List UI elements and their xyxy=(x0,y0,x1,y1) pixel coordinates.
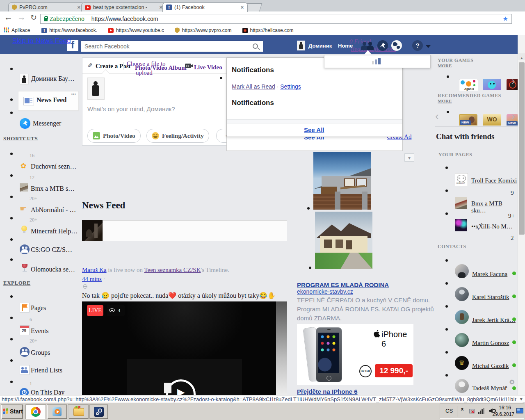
composer-tab-live[interactable]: Live Video xyxy=(194,64,222,71)
start-button[interactable]: Start xyxy=(1,404,23,419)
game-tile-words[interactable]: WO xyxy=(483,114,501,126)
ad-house-image-2[interactable] xyxy=(315,212,372,269)
post-attachment-box xyxy=(103,220,287,241)
composer-tab-create[interactable]: Create a Post xyxy=(96,63,131,70)
address-bar[interactable]: Zabezpečeno https://www.facebook.com ★ xyxy=(40,14,512,24)
iphone-ad-banner[interactable]: iPhone 6 32 GB 12 990,- xyxy=(297,324,413,385)
page-link-xilli[interactable]: ••ҳX́illi-No M… xyxy=(471,223,513,230)
taskbar-chrome-button[interactable] xyxy=(25,404,46,419)
hidden-icons-chevron[interactable]: « xyxy=(459,408,466,411)
mark-all-read-link[interactable]: Mark All as Read xyxy=(232,83,275,90)
shortcut-duchovni[interactable]: Duchovní sezn… xyxy=(31,163,77,170)
bookmark-hellcase[interactable]: https://hellcase.com xyxy=(250,27,294,33)
recommended-more-link[interactable]: MORE xyxy=(438,98,452,103)
notifications-globe-icon[interactable] xyxy=(391,40,402,51)
bookmark-facebook[interactable]: https://www.facebook. xyxy=(49,27,97,33)
explore-groups[interactable]: Groups xyxy=(31,349,50,356)
shortcut-bmx[interactable]: Bmx a MTB s… xyxy=(31,185,75,192)
storage-badge: 32 GB xyxy=(359,365,372,377)
game-tile-rec1[interactable]: NEW xyxy=(459,114,477,126)
chat-settings-gear-icon[interactable]: ⚙ xyxy=(509,378,515,386)
post-time-link[interactable]: 44 mins xyxy=(82,276,102,282)
shortcut-olomoucka[interactable]: Olomoucka se… xyxy=(31,266,75,273)
account-caret-icon[interactable] xyxy=(426,45,431,48)
page-link-troll[interactable]: Troll Face Komixi xyxy=(471,177,517,184)
tab-close-icon[interactable]: ✕ xyxy=(156,5,163,10)
page-link-bmx[interactable]: Bmx a MTB sku… xyxy=(471,200,518,214)
messenger-icon[interactable] xyxy=(377,40,388,51)
taskbar-media-player-button[interactable] xyxy=(47,404,67,419)
messenger-nav-label[interactable]: Messenger xyxy=(33,120,61,127)
status-caret-icon[interactable]: ▾ xyxy=(516,396,523,402)
tab-facebook[interactable]: f (1) Facebook ✕ xyxy=(162,2,248,12)
tab-close-icon[interactable]: ✕ xyxy=(74,5,81,10)
photo-video-button[interactable]: Photo/Video xyxy=(87,129,141,143)
home-link[interactable]: Home xyxy=(338,43,353,49)
shortcut-csgo[interactable]: CS:GO CZ/S… xyxy=(31,246,72,253)
explore-events[interactable]: Events xyxy=(31,327,49,335)
news-feed-item[interactable]: ••• News Feed xyxy=(18,91,79,111)
skip-to-news-feed-link[interactable]: Skip to News Feed xyxy=(12,37,71,45)
notifications-see-all-link[interactable]: See All xyxy=(304,126,324,133)
tab-pvpro[interactable]: PvPRO.com ✕ xyxy=(8,2,84,12)
ad-program-title-link[interactable]: PROGRAM ES MLADÁ RODINA xyxy=(297,281,389,288)
tray-language[interactable]: CS xyxy=(445,408,453,414)
your-games-more-link[interactable]: MORE xyxy=(438,63,452,68)
scrollbar-thumb[interactable] xyxy=(519,62,525,235)
tab-close-icon[interactable]: ✕ xyxy=(237,5,244,10)
friend-requests-icon[interactable] xyxy=(361,41,375,51)
reload-button[interactable]: ↻ xyxy=(30,13,37,22)
ad-house-image-1[interactable] xyxy=(313,152,371,210)
taskbar-folder-button[interactable] xyxy=(68,404,89,419)
bookmark-apps[interactable]: Aplikace xyxy=(11,27,30,33)
contact-link-martin[interactable]: Martin Gonosz xyxy=(472,340,509,347)
post-author-link[interactable]: Maruš Ka xyxy=(82,267,107,273)
bookmark-pvpro[interactable]: https://www.pvpro.com xyxy=(182,27,232,33)
tab-youtube[interactable]: beat type xxxtentacion - Yo ✕ xyxy=(81,2,167,12)
help-icon[interactable]: ? xyxy=(412,40,423,51)
explore-pages[interactable]: Pages xyxy=(31,304,46,312)
game-tile-agario[interactable]: Agar.io xyxy=(459,79,478,91)
left-nav-profile-avatar[interactable] xyxy=(20,74,29,84)
profile-avatar[interactable] xyxy=(297,41,305,50)
contact-link-karel[interactable]: Karel Staroštík xyxy=(472,294,509,301)
signal-bars-icon[interactable] xyxy=(478,408,486,414)
bookmark-youtube[interactable]: https://www.youtube.c xyxy=(116,27,164,33)
shortcut-minecraft[interactable]: Minecraft Help… xyxy=(31,228,78,235)
game-tile-owl[interactable] xyxy=(483,79,501,90)
left-nav-profile-name[interactable]: Доминик Бау… xyxy=(31,75,75,82)
post-page-link[interactable]: Teen seznamka CZ/SK xyxy=(144,267,201,273)
scrollbar-up-button[interactable]: ▲ xyxy=(518,53,525,60)
feeling-activity-button[interactable]: Feeling/Activity xyxy=(146,129,209,143)
settings-link[interactable]: Settings xyxy=(280,83,301,90)
ad-program-domain-link[interactable]: ekonomicke-stavby.cz xyxy=(297,288,353,295)
games-chevron-right-icon[interactable]: › xyxy=(511,75,515,87)
iphone-ad-link[interactable]: Přejděte na IPhone 6 xyxy=(297,388,358,395)
composer-placeholder[interactable]: What's on your mind, Доминик? xyxy=(87,105,175,112)
taskbar-steam-button[interactable] xyxy=(89,404,108,419)
profile-name-link[interactable]: Доминик xyxy=(308,43,332,49)
rec-chevron-left-icon[interactable]: ‹ xyxy=(435,110,439,123)
contact-link-marek[interactable]: Marek Facuna xyxy=(472,271,507,278)
post-thumbnail[interactable] xyxy=(82,220,103,241)
contact-link-jarek[interactable]: Jarek Jerik Krá… xyxy=(472,317,516,324)
show-desktop-monitor-icon[interactable] xyxy=(516,408,523,414)
contact-link-tadeas[interactable]: Tadeáš Mynář xyxy=(472,385,507,392)
search-input[interactable] xyxy=(84,42,241,51)
contact-link-michal[interactable]: Michal Gazdík xyxy=(472,363,509,370)
apps-grid-icon[interactable] xyxy=(4,27,9,34)
composer-tab-album[interactable]: Photo/Video Album xyxy=(135,64,187,71)
browser-scrollbar[interactable]: ▲ xyxy=(518,35,525,395)
url-text[interactable]: https://www.facebook.com xyxy=(91,16,158,22)
explore-friend-lists[interactable]: Friend Lists xyxy=(31,367,62,374)
flower-icon: ✿ xyxy=(21,162,26,170)
rec-chevron-right-icon[interactable]: › xyxy=(511,110,515,123)
forward-button[interactable]: → xyxy=(17,12,26,22)
back-button[interactable]: ← xyxy=(4,12,13,22)
network-error-icon[interactable]: ✕ xyxy=(469,409,475,413)
shortcut-abnormalni[interactable]: AbNormální - … xyxy=(31,206,76,214)
news-feed-menu-icon[interactable]: ••• xyxy=(71,91,76,96)
ad-hide-button[interactable]: ▾ xyxy=(404,153,414,162)
live-video-player[interactable]: LIVE 4 ▶ xyxy=(82,301,287,395)
bookmark-star-icon[interactable]: ★ xyxy=(503,15,508,23)
